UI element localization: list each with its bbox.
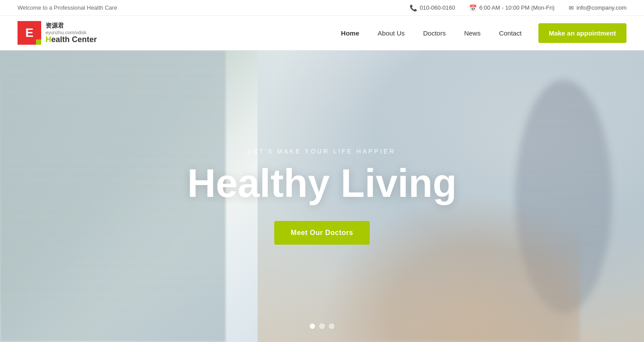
appointment-button[interactable]: Make an appointment [538, 23, 626, 43]
slider-dots [310, 324, 334, 329]
hours-info: 📅 6:00 AM - 10:00 PM (Mon-Fri) [469, 4, 555, 11]
calendar-icon: 📅 [469, 4, 477, 11]
email-icon: ✉ [569, 4, 574, 11]
email-address: info@company.com [577, 4, 626, 11]
phone-number: 010-060-0160 [420, 4, 455, 11]
logo-tagline-h: H [46, 35, 51, 44]
logo-tagline: Health Center [46, 35, 97, 44]
logo-box: E [18, 21, 41, 45]
logo-text-area: 资源君 eyunzhu.com/vdisk Health Center [46, 22, 97, 44]
main-nav: Home About Us Doctors News Contact [333, 26, 529, 40]
logo-tagline-rest: ealth Center [51, 35, 97, 44]
hero-content: LET'S MAKE YOUR LIFE HAPPIER Healthy Liv… [187, 148, 456, 245]
meet-doctors-button[interactable]: Meet Our Doctors [274, 221, 370, 245]
slider-dot-3[interactable] [329, 324, 334, 329]
phone-info: 📞 010-060-0160 [410, 4, 455, 11]
slider-dot-2[interactable] [319, 324, 325, 329]
logo[interactable]: E 资源君 eyunzhu.com/vdisk Health Center [18, 21, 97, 45]
top-bar: Welcome to a Professional Health Care 📞 … [0, 0, 644, 16]
marquee-text: Welcome to a Professional Health Care [18, 4, 396, 11]
hero-subtitle: LET'S MAKE YOUR LIFE HAPPIER [187, 148, 456, 155]
hero-title: Healthy Living [187, 163, 456, 204]
nav-contact[interactable]: Contact [491, 26, 530, 40]
email-info: ✉ info@company.com [569, 4, 626, 11]
hero-section: LET'S MAKE YOUR LIFE HAPPIER Healthy Liv… [0, 50, 644, 342]
hours-text: 6:00 AM - 10:00 PM (Mon-Fri) [479, 4, 555, 11]
logo-name-cn: 资源君 [46, 22, 97, 30]
nav-about[interactable]: About Us [370, 26, 413, 40]
logo-letter: E [25, 26, 34, 40]
phone-icon: 📞 [410, 4, 417, 11]
slider-dot-1[interactable] [310, 324, 315, 329]
header: E 资源君 eyunzhu.com/vdisk Health Center Ho… [0, 16, 644, 50]
nav-news[interactable]: News [456, 26, 488, 40]
logo-url: eyunzhu.com/vdisk [46, 30, 97, 35]
nav-home[interactable]: Home [333, 26, 367, 40]
nav-doctors[interactable]: Doctors [415, 26, 454, 40]
